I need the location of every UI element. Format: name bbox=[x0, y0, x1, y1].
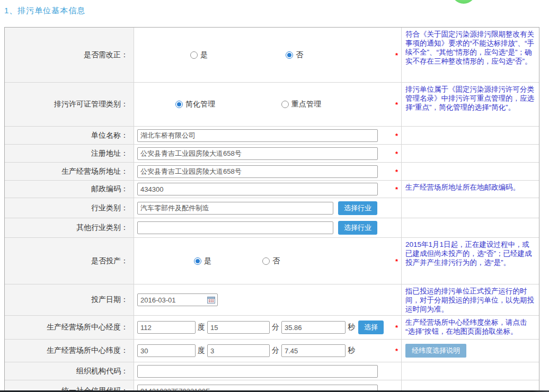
registered-address-input[interactable] bbox=[137, 147, 378, 160]
help-text: 2015年1月1日起，正在建设过程中，或已建成但尚未投产的，选“否”；已经建成投… bbox=[402, 238, 539, 284]
radio-icon[interactable] bbox=[262, 257, 270, 265]
row-permit-category: 排污许可证管理类别： 简化管理 重点管理 * 排污单位属于《固定污染源排污许可分… bbox=[5, 83, 539, 127]
floating-green-button[interactable] bbox=[451, 0, 476, 4]
row-longitude: 生产经营场所中心经度： 度 分 秒 选择 * 生产经营场所中心经纬度坐标，请点击… bbox=[5, 316, 539, 340]
basic-info-table: 是否需改正： 是 否 * 符合《关于固定污染源排污限期整改有关事项的通知》要求的… bbox=[4, 27, 539, 392]
org-code-input[interactable] bbox=[137, 365, 378, 378]
coordinates-help-button[interactable]: 经纬度选择说明 bbox=[405, 344, 466, 358]
radio-icon[interactable] bbox=[175, 101, 183, 108]
required-asterisk: * bbox=[395, 185, 398, 193]
pick-coordinates-button[interactable]: 选择 bbox=[358, 320, 384, 334]
radio-label: 简化管理 bbox=[185, 100, 215, 109]
field-label: 排污许可证管理类别： bbox=[5, 83, 134, 126]
required-asterisk: * bbox=[395, 51, 398, 59]
unit-name-input[interactable] bbox=[137, 129, 378, 142]
help-text: 排污单位属于《固定污染源排污许可分类管理名录》中排污许可重点管理的，应选择“重点… bbox=[402, 83, 539, 126]
field-label: 行业类别： bbox=[5, 198, 134, 218]
in-production-options: 是 否 * bbox=[134, 238, 402, 284]
radio-icon[interactable] bbox=[194, 257, 201, 265]
business-address-input[interactable] bbox=[137, 165, 378, 178]
radio-option-no[interactable]: 否 bbox=[286, 50, 303, 60]
help-text: 生产经营场所地址所在地邮政编码。 bbox=[402, 181, 539, 198]
calendar-icon[interactable] bbox=[207, 296, 215, 306]
radio-label: 重点管理 bbox=[291, 100, 321, 109]
industry-input[interactable] bbox=[137, 202, 333, 215]
radio-option-key[interactable]: 重点管理 bbox=[281, 100, 321, 109]
row-production-date: 投产日期： 指已投运的排污单位正式投产运行的时间，对于分期投运的排污单位，以先期… bbox=[5, 284, 539, 316]
required-asterisk: * bbox=[395, 347, 398, 355]
radio-option-no[interactable]: 否 bbox=[262, 256, 280, 266]
postcode-input[interactable] bbox=[137, 183, 378, 195]
row-registered-address: 注册地址： * bbox=[5, 145, 539, 163]
row-latitude: 生产经营场所中心纬度： 度 分 秒 * 经纬度选择说明 bbox=[5, 340, 539, 362]
help-text bbox=[402, 218, 539, 237]
radio-label: 是 bbox=[200, 50, 208, 60]
required-asterisk: * bbox=[395, 257, 398, 265]
latitude-degree-input[interactable] bbox=[137, 344, 196, 357]
row-business-address: 生产经营场所地址： * bbox=[5, 163, 539, 181]
degree-unit: 度 bbox=[198, 323, 205, 332]
second-unit: 秒 bbox=[348, 346, 355, 355]
row-other-industry: 其他行业类别： 选择行业 bbox=[5, 218, 539, 238]
required-asterisk: * bbox=[395, 101, 398, 109]
radio-icon[interactable] bbox=[286, 51, 293, 59]
radio-icon[interactable] bbox=[190, 51, 198, 59]
help-text: 指已投运的排污单位正式投产运行的时间，对于分期投运的排污单位，以先期投运时间为准… bbox=[402, 284, 539, 315]
production-date-input[interactable] bbox=[137, 293, 218, 306]
second-unit: 秒 bbox=[348, 323, 355, 332]
row-postcode: 邮政编码： * 生产经营场所地址所在地邮政编码。 bbox=[5, 181, 539, 198]
need-correction-options: 是 否 * bbox=[134, 28, 402, 82]
required-asterisk: * bbox=[395, 149, 398, 157]
field-label: 其他行业类别： bbox=[5, 218, 134, 237]
field-label: 注册地址： bbox=[5, 145, 134, 162]
minute-unit: 分 bbox=[272, 346, 279, 355]
radio-option-yes[interactable]: 是 bbox=[190, 50, 208, 60]
radio-option-simplified[interactable]: 简化管理 bbox=[175, 100, 215, 109]
permit-category-options: 简化管理 重点管理 * bbox=[134, 83, 402, 126]
select-other-industry-button[interactable]: 选择行业 bbox=[338, 221, 377, 235]
help-text: 生产经营场所中心经纬度坐标，请点击“选择”按钮，在地图页面拾取坐标。 bbox=[402, 316, 539, 339]
row-industry: 行业类别： 选择行业 bbox=[5, 198, 539, 218]
radio-label: 是 bbox=[204, 256, 211, 266]
field-label: 组织机构代码： bbox=[5, 362, 134, 380]
field-label: 是否需改正： bbox=[5, 28, 134, 82]
row-in-production: 是否投产： 是 否 * 2015年1月1日起，正在建设过程中，或已建成但尚未投产… bbox=[5, 238, 539, 284]
row-unit-name: 单位名称： * bbox=[5, 127, 539, 145]
row-org-code: 组织机构代码： bbox=[5, 362, 539, 380]
field-label: 邮政编码： bbox=[5, 181, 134, 198]
field-label: 投产日期： bbox=[5, 284, 134, 315]
latitude-second-input[interactable] bbox=[281, 344, 346, 357]
field-label: 单位名称： bbox=[5, 127, 134, 144]
radio-label: 否 bbox=[296, 50, 303, 60]
degree-unit: 度 bbox=[198, 346, 205, 355]
latitude-minute-input[interactable] bbox=[207, 344, 270, 357]
longitude-minute-input[interactable] bbox=[207, 321, 270, 334]
field-label: 生产经营场所地址： bbox=[5, 163, 134, 180]
field-label: 生产经营场所中心经度： bbox=[5, 316, 134, 339]
longitude-degree-input[interactable] bbox=[137, 321, 196, 334]
help-text: 符合《关于固定污染源排污限期整改有关事项的通知》要求的“不能达标排放”、“手续不… bbox=[402, 28, 539, 82]
other-industry-input[interactable] bbox=[137, 221, 333, 234]
radio-option-yes[interactable]: 是 bbox=[194, 256, 211, 266]
help-text bbox=[402, 163, 539, 180]
radio-label: 否 bbox=[272, 256, 280, 266]
longitude-second-input[interactable] bbox=[281, 321, 346, 334]
field-label: 生产经营场所中心纬度： bbox=[5, 340, 134, 362]
help-text bbox=[402, 198, 539, 218]
help-text bbox=[402, 362, 539, 380]
help-text bbox=[402, 127, 539, 144]
minute-unit: 分 bbox=[272, 323, 279, 332]
field-label: 是否投产： bbox=[5, 238, 134, 284]
help-text bbox=[402, 145, 539, 162]
page-title: 1、排污单位基本信息 bbox=[4, 6, 85, 16]
select-industry-button[interactable]: 选择行业 bbox=[338, 201, 377, 215]
required-asterisk: * bbox=[395, 131, 398, 139]
row-need-correction: 是否需改正： 是 否 * 符合《关于固定污染源排污限期整改有关事项的通知》要求的… bbox=[5, 28, 539, 83]
required-asterisk: * bbox=[395, 324, 398, 332]
radio-icon[interactable] bbox=[281, 101, 289, 108]
required-asterisk: * bbox=[395, 167, 398, 175]
